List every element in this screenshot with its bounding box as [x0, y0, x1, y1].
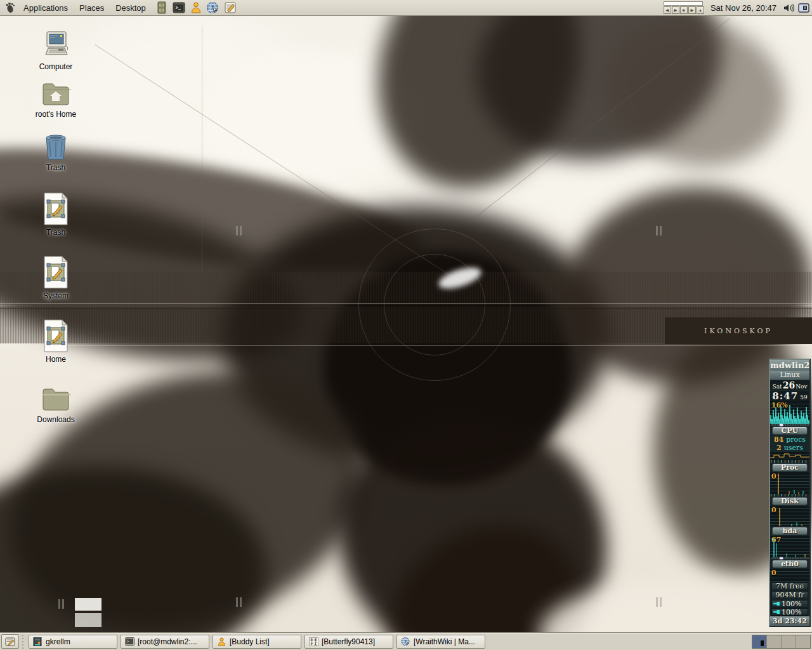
- desktop-icon-trash-can[interactable]: Trash: [29, 131, 82, 172]
- desktop-icon-label: System: [43, 291, 69, 300]
- desktop-icon-label: Downloads: [37, 415, 74, 424]
- media-play-button[interactable]: ▶: [688, 6, 696, 14]
- mem-meter[interactable]: 7M free: [771, 582, 808, 590]
- media-stop-button[interactable]: ■: [680, 6, 688, 14]
- eth0-chart: 0: [770, 569, 809, 581]
- workspace-4[interactable]: [796, 635, 810, 648]
- task-label: gkrellm: [46, 637, 70, 646]
- text-editor-icon[interactable]: [223, 0, 238, 15]
- desktop-icon-label: root's Home: [36, 110, 76, 119]
- hda-chart: 67: [770, 536, 809, 557]
- uptime: 3d 23:42: [770, 616, 809, 626]
- plug-icon: [773, 610, 780, 614]
- fs-meter-1[interactable]: 100%: [771, 600, 808, 607]
- buddy-icon: [216, 637, 226, 647]
- swap-meter[interactable]: 904M fr: [771, 591, 808, 599]
- eth0-caption-button[interactable]: eth0: [772, 560, 808, 568]
- hda-caption-button[interactable]: hda: [772, 527, 808, 535]
- task-label: [Buddy List]: [230, 637, 270, 646]
- disk-chart: 0: [770, 506, 809, 526]
- gkrellm-icon: [32, 637, 43, 647]
- media-progress-strip[interactable]: [664, 1, 703, 6]
- menu-desktop[interactable]: Desktop: [110, 0, 152, 16]
- input-indicator-icon[interactable]: [798, 3, 809, 13]
- proc-caption-button[interactable]: Proc: [772, 463, 808, 472]
- cpu-caption-button[interactable]: CPU: [772, 427, 808, 435]
- web-browser-icon[interactable]: [206, 0, 221, 15]
- desktop-icon-downloads[interactable]: Downloads: [29, 386, 82, 424]
- show-desktop-button[interactable]: [1, 634, 19, 649]
- wallpaper-brand: IKONOSKOP: [665, 317, 812, 344]
- eth0-value: 0: [771, 569, 776, 577]
- launcher-icon: [42, 319, 70, 352]
- eth0-krell: [771, 557, 809, 559]
- gkrellm-date: Sat 26 Nov: [770, 380, 809, 390]
- media-player-applet: ◀ ▶ ■ ▶ ▲: [664, 1, 704, 14]
- task-button-buddy-list[interactable]: [Buddy List]: [213, 635, 301, 649]
- task-button-butterfly[interactable]: [Butterfly90413]: [304, 635, 393, 649]
- launcher-icon: [42, 192, 70, 225]
- wallpaper-brand-text: IKONOSKOP: [704, 327, 773, 335]
- fs-meter-2[interactable]: 100%: [771, 608, 808, 616]
- gkrellm-hostname: mdwlin2: [770, 360, 809, 371]
- file-manager-icon[interactable]: [154, 0, 169, 15]
- panel-launchers: [154, 0, 238, 15]
- volume-icon[interactable]: [783, 3, 794, 13]
- task-label: [WraithWiki | Ma...: [414, 637, 475, 646]
- cjk-chat-icon: [308, 637, 318, 647]
- desktop-icon-label: Trash: [46, 163, 65, 172]
- folder-icon: [41, 386, 71, 413]
- desktop-icon-computer[interactable]: Computer: [29, 29, 82, 71]
- task-label: [root@mdwlin2:...: [138, 637, 197, 646]
- workspace-2[interactable]: [767, 635, 781, 648]
- top-panel: Applications Places Desktop: [0, 0, 812, 16]
- desktop-icon-roots-home[interactable]: root's Home: [29, 81, 82, 119]
- task-label: [Butterfly90413]: [322, 637, 375, 646]
- proc-ticks: [771, 460, 809, 463]
- terminal-icon: [124, 637, 134, 647]
- desktop-icon-label: Computer: [39, 62, 73, 71]
- media-next-button[interactable]: ▶: [672, 6, 679, 14]
- task-button-wraithwiki[interactable]: [WraithWiki | Ma...: [396, 635, 485, 649]
- gnome-foot-icon[interactable]: [3, 0, 18, 15]
- workspace-switcher: [752, 635, 811, 649]
- desktop-pencil-icon: [5, 637, 15, 646]
- computer-icon: [41, 29, 71, 60]
- plug-icon: [773, 602, 780, 606]
- desktop-icon-system[interactable]: System: [29, 256, 82, 300]
- clock-applet[interactable]: Sat Nov 26, 20:47: [708, 3, 779, 13]
- gkrellm-time: 8:47 59: [770, 390, 809, 401]
- taskbar-drag-handle[interactable]: [21, 635, 26, 649]
- web-browser-icon: [400, 637, 410, 647]
- bottom-taskbar: gkrellm [root@mdwlin2:... [Buddy List]: [0, 632, 812, 650]
- launcher-icon: [42, 256, 70, 289]
- proc-mini-chart: [770, 452, 809, 460]
- cpu-chart: 16%: [770, 401, 809, 424]
- desktop-wallpaper: IKONOSKOP: [0, 0, 812, 650]
- desktop-icon-home[interactable]: Home: [29, 319, 82, 364]
- gkrellm-monitor[interactable]: mdwlin2 Linux Sat 26 Nov 8:47 59 16% CPU…: [769, 359, 811, 627]
- mini-window: [761, 640, 764, 646]
- procs-stat: 84 procs: [770, 435, 809, 444]
- desktop-icon-label: Home: [46, 355, 66, 364]
- gkrellm-os: Linux: [770, 371, 809, 380]
- trash-can-icon: [41, 131, 70, 161]
- menu-places[interactable]: Places: [74, 0, 110, 16]
- media-previous-button[interactable]: ◀: [664, 6, 671, 14]
- proc-chart: 0: [770, 472, 809, 494]
- cpu-krell: [771, 424, 809, 426]
- users-stat: 2 users: [770, 444, 809, 452]
- workspace-3[interactable]: [782, 635, 796, 648]
- buddy-icon[interactable]: [188, 0, 204, 15]
- task-button-gkrellm[interactable]: gkrellm: [29, 635, 117, 649]
- disk-ticks: [771, 494, 809, 496]
- terminal-icon[interactable]: [171, 0, 187, 15]
- desktop-icon-label: Trash: [46, 228, 65, 237]
- desktop-icon-trash-launcher[interactable]: Trash: [29, 192, 82, 237]
- media-eject-button[interactable]: ▲: [697, 6, 704, 14]
- disk-caption-button[interactable]: Disk: [772, 497, 808, 505]
- menu-applications[interactable]: Applications: [18, 0, 74, 16]
- task-button-terminal[interactable]: [root@mdwlin2:...: [121, 635, 209, 649]
- workspace-1[interactable]: [752, 635, 766, 648]
- home-folder-icon: [41, 81, 71, 107]
